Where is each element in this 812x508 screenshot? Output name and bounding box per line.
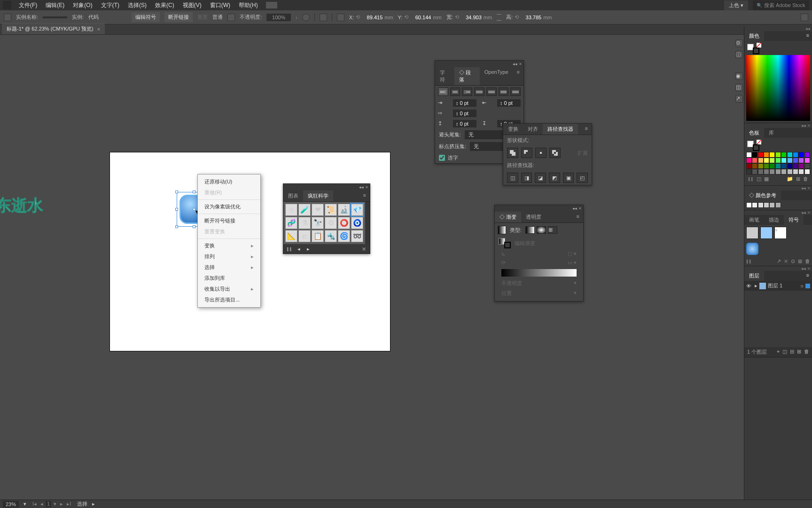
menu-edit[interactable]: 编辑(E) <box>42 0 68 11</box>
menu-object[interactable]: 对象(O) <box>69 0 96 11</box>
tab-color[interactable]: 颜色 <box>744 31 764 41</box>
swatch[interactable] <box>769 152 775 158</box>
swatch[interactable] <box>775 169 781 175</box>
swatch[interactable] <box>758 163 764 169</box>
lib-menu-icon[interactable]: ⫿⫿ <box>746 258 752 264</box>
left-indent-field[interactable]: ↕ 0 pt <box>453 99 476 107</box>
ctx-break-link[interactable]: 断开符号链接 <box>198 215 260 226</box>
panel-menu-icon[interactable]: ≡ <box>581 124 592 135</box>
intersect-icon[interactable] <box>535 148 547 158</box>
dock-icon-1[interactable]: ◉ <box>735 72 743 80</box>
ctx-collect-export[interactable]: 收集以导出 <box>198 284 260 294</box>
new-group-icon[interactable]: 📁 <box>787 176 793 182</box>
collapse-icon[interactable]: ◂◂ <box>513 62 517 66</box>
swatch[interactable] <box>769 163 775 169</box>
ctx-select[interactable]: 选择 <box>198 262 260 273</box>
swatch[interactable] <box>758 158 764 163</box>
tab-mad-science[interactable]: 疯狂科学 <box>303 190 333 201</box>
symbol-cell[interactable]: 💎 <box>351 204 363 216</box>
dock-icon-2[interactable]: ◫ <box>735 84 743 91</box>
delete-swatch-icon[interactable]: 🗑 <box>803 176 808 182</box>
symbol-thumb-3[interactable]: ▾ <box>774 227 787 239</box>
swatch[interactable] <box>746 163 752 169</box>
panel-menu-icon[interactable]: ≡ <box>573 212 583 222</box>
swatch[interactable] <box>769 169 775 175</box>
unite-icon[interactable] <box>507 148 518 158</box>
swatch[interactable] <box>804 169 810 175</box>
swatch[interactable] <box>804 158 810 163</box>
instance-name-field[interactable] <box>43 16 67 18</box>
swatch[interactable] <box>798 152 804 158</box>
swatch[interactable] <box>752 158 757 163</box>
divide-icon[interactable]: ◫ <box>507 173 518 183</box>
workspace-switcher-icon[interactable] <box>265 1 278 9</box>
prev-artboard-icon[interactable]: ◂ <box>39 501 45 507</box>
tab-graphs[interactable]: 图表 <box>283 190 303 201</box>
align-center-icon[interactable] <box>450 87 461 96</box>
tab-transparency[interactable]: 透明度 <box>521 212 546 222</box>
swatch[interactable] <box>758 152 764 158</box>
zoom-field[interactable]: 23% <box>3 501 19 508</box>
tab-stroke[interactable]: 描边 <box>764 215 784 225</box>
menu-select[interactable]: 选择(S) <box>124 0 150 11</box>
symbol-cell[interactable]: 🧪 <box>298 204 311 216</box>
close-icon[interactable]: × <box>366 185 368 190</box>
collapse-icon[interactable]: ◂◂ <box>572 206 577 211</box>
swatch[interactable] <box>758 169 764 175</box>
fill-stroke-icon[interactable] <box>747 44 759 54</box>
merge-icon[interactable]: ◪ <box>535 173 546 183</box>
menu-file[interactable]: 文件(F) <box>15 0 41 11</box>
swatch[interactable] <box>787 169 793 175</box>
w-value[interactable]: 34.903 <box>461 15 482 20</box>
swatch[interactable] <box>798 158 804 163</box>
properties-icon[interactable] <box>735 40 743 47</box>
panel-menu-icon[interactable]: ≡ <box>359 190 370 201</box>
swatch[interactable] <box>787 158 793 163</box>
swatch[interactable] <box>764 169 769 175</box>
prev-library-icon[interactable]: ◂ <box>296 246 302 252</box>
swatch[interactable] <box>804 152 810 158</box>
swatch[interactable] <box>769 158 775 163</box>
collapse-icon[interactable]: ◂◂ <box>359 185 364 190</box>
symbol-cell[interactable]: 🔭 <box>312 217 324 229</box>
swatch[interactable] <box>752 152 757 158</box>
tab-layers[interactable]: 图层 <box>744 271 764 281</box>
symbol-thumb-selected[interactable] <box>746 243 758 255</box>
artboard-number-field[interactable]: 1 <box>46 501 51 507</box>
close-icon[interactable]: × <box>579 206 581 211</box>
swatch[interactable] <box>781 158 787 163</box>
freeform-gradient-icon[interactable]: ⊞ <box>548 226 557 234</box>
transform-anchor-icon[interactable] <box>337 14 344 21</box>
align-right-icon[interactable] <box>462 87 472 96</box>
tab-align[interactable]: 对齐 <box>523 124 543 135</box>
blend-dropdown-icon[interactable] <box>227 14 235 21</box>
recolor-button[interactable]: 上色 ▾ <box>724 0 748 10</box>
next-artboard-icon[interactable]: ▸ <box>59 501 64 507</box>
tab-brushes[interactable]: 画笔 <box>744 215 764 225</box>
target-icon[interactable]: ○ <box>800 283 804 289</box>
swatch-menu-icon[interactable]: ⫿⫿ <box>748 176 754 182</box>
status-menu-icon[interactable]: ▸ <box>92 501 95 507</box>
symbol-thumb-1[interactable] <box>746 227 758 239</box>
stock-search-input[interactable]: 搜索 Adobe Stock <box>753 0 809 10</box>
break-link-icon[interactable]: ⤫ <box>784 258 788 264</box>
linear-gradient-icon[interactable] <box>525 226 535 234</box>
visibility-icon[interactable]: 👁 <box>746 283 753 289</box>
last-artboard-icon[interactable]: ▸I <box>65 501 72 507</box>
tab-pathfinder[interactable]: 路径查找器 <box>543 124 578 135</box>
swatch[interactable] <box>746 158 752 163</box>
crop-icon[interactable]: ◩ <box>549 173 560 183</box>
symbol-cell[interactable]: 📋 <box>312 230 324 242</box>
layer-row[interactable]: 👁 ▸ 图层 1 ○ <box>744 281 812 291</box>
symbol-cell[interactable]: ⚛ <box>285 204 297 216</box>
next-library-icon[interactable]: ▸ <box>305 246 312 252</box>
dock-icon-3[interactable]: ↗ <box>735 95 743 103</box>
swatch[interactable] <box>793 169 798 175</box>
justify-left-icon[interactable] <box>474 87 484 96</box>
menu-window[interactable]: 窗口(W) <box>206 0 234 11</box>
symbol-cell[interactable]: ⭕ <box>338 217 350 229</box>
reset-button[interactable]: 重置 <box>197 14 208 21</box>
scrollbar[interactable] <box>365 202 370 244</box>
symbol-cell[interactable]: ❤ <box>312 204 324 216</box>
menu-type[interactable]: 文字(T) <box>97 0 123 11</box>
